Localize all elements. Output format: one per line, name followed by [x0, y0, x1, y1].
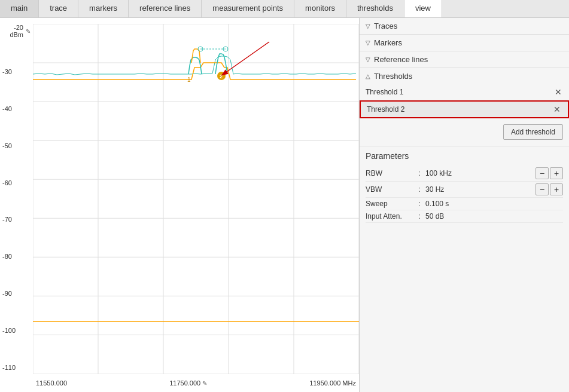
- param-colon-sweep: :: [413, 200, 425, 208]
- y-label-2: -40: [2, 105, 31, 112]
- svg-text:1: 1: [187, 76, 191, 83]
- param-value-input-atten: 50 dB: [425, 212, 563, 220]
- nav-trace[interactable]: trace: [39, 0, 78, 17]
- y-label-1: -30: [2, 68, 31, 75]
- chevron-ref-lines: ▽: [366, 56, 370, 63]
- param-colon-input-atten: :: [413, 212, 425, 220]
- threshold-1-close-button[interactable]: ✕: [553, 87, 563, 97]
- y-label-3: -50: [2, 142, 31, 149]
- markers-title: Markers: [374, 38, 402, 47]
- parameters-title: Parameters: [366, 151, 563, 161]
- panel-section-thresholds: △ Thresholds Threshold 1 ✕ Threshold 2 ✕: [360, 68, 569, 146]
- nav-reference-lines[interactable]: reference lines: [129, 0, 202, 17]
- param-row-sweep: Sweep : 0.100 s: [366, 198, 563, 210]
- y-label-7: -90: [2, 290, 31, 297]
- markers-header[interactable]: ▽ Markers: [360, 35, 569, 51]
- y-label-9: -110: [2, 364, 31, 371]
- parameters-section: Parameters RBW : 100 kHz − + VBW : 30 Hz: [360, 146, 569, 392]
- threshold-2-name: Threshold 2: [367, 105, 404, 114]
- param-colon-vbw: :: [413, 185, 425, 194]
- x-axis: 11550.000 11750.000 ✎ 11950.000 MHz: [33, 374, 359, 392]
- param-controls-vbw: − +: [535, 183, 563, 195]
- param-row-rbw: RBW : 100 kHz − +: [366, 166, 563, 182]
- thresholds-title: Thresholds: [374, 72, 412, 81]
- traces-title: Traces: [374, 22, 397, 30]
- ref-lines-header[interactable]: ▽ Reference lines: [360, 51, 569, 68]
- threshold-1-name: Threshold 1: [366, 88, 403, 96]
- threshold-list: Threshold 1 ✕ Threshold 2 ✕: [360, 84, 569, 118]
- chevron-traces: ▽: [366, 23, 370, 29]
- panel-section-markers: ▽ Markers: [360, 35, 569, 51]
- panel-section-ref-lines: ▽ Reference lines: [360, 51, 569, 68]
- x-label-2: 11950.000 MHz: [309, 379, 356, 387]
- y-label-6: -80: [2, 253, 31, 260]
- y-label-5: -70: [2, 216, 31, 223]
- nav-monitors[interactable]: monitors: [294, 0, 346, 17]
- chart-grid: 1 2: [33, 24, 359, 374]
- rbw-decrease-button[interactable]: −: [535, 167, 549, 179]
- y-axis: -20 dBm ✎ -30 -40 -50 -60 -70 -80 -90 -1…: [0, 18, 33, 374]
- svg-line-23: [223, 42, 269, 75]
- param-name-sweep: Sweep: [366, 200, 413, 208]
- param-value-vbw: 30 Hz: [425, 185, 535, 194]
- grid-svg: 1 2: [33, 24, 359, 374]
- param-value-sweep: 0.100 s: [425, 200, 563, 208]
- chart-area: -20 dBm ✎ -30 -40 -50 -60 -70 -80 -90 -1…: [0, 18, 360, 392]
- nav-markers[interactable]: markers: [78, 0, 129, 17]
- add-threshold-container: Add threshold: [360, 118, 569, 146]
- param-row-input-atten: Input Atten. : 50 dB: [366, 210, 563, 223]
- x-label-1: 11750.000 ✎: [169, 379, 207, 387]
- ref-lines-title: Reference lines: [374, 55, 428, 64]
- param-name-rbw: RBW: [366, 169, 413, 177]
- param-value-rbw: 100 kHz: [425, 169, 535, 177]
- param-controls-rbw: − +: [535, 167, 563, 179]
- right-panel: ▽ Traces ▽ Markers ▽ Reference lines: [360, 18, 569, 392]
- edit-icon-y[interactable]: ✎: [26, 28, 31, 35]
- nav-main[interactable]: main: [0, 0, 39, 17]
- app-container: main trace markers reference lines measu…: [0, 0, 569, 392]
- param-name-vbw: VBW: [366, 185, 413, 194]
- y-label-8: -100: [2, 327, 31, 334]
- vbw-increase-button[interactable]: +: [550, 183, 563, 195]
- thresholds-header[interactable]: △ Thresholds: [360, 68, 569, 84]
- threshold-2-close-button[interactable]: ✕: [552, 105, 562, 114]
- main-content: -20 dBm ✎ -30 -40 -50 -60 -70 -80 -90 -1…: [0, 18, 569, 392]
- edit-icon-x[interactable]: ✎: [202, 380, 207, 387]
- param-name-input-atten: Input Atten.: [366, 212, 413, 220]
- add-threshold-button[interactable]: Add threshold: [503, 124, 563, 140]
- param-row-vbw: VBW : 30 Hz − +: [366, 182, 563, 198]
- panel-section-traces: ▽ Traces: [360, 18, 569, 35]
- y-label-4: -60: [2, 179, 31, 186]
- y-label-0: -20 dBm ✎: [2, 24, 31, 38]
- rbw-increase-button[interactable]: +: [550, 167, 563, 179]
- threshold-item-1[interactable]: Threshold 1 ✕: [360, 84, 569, 100]
- svg-text:2: 2: [220, 74, 223, 79]
- y-label-text-0: -20 dBm: [2, 24, 23, 38]
- chevron-thresholds: △: [366, 73, 370, 79]
- traces-header[interactable]: ▽ Traces: [360, 18, 569, 34]
- vbw-decrease-button[interactable]: −: [535, 183, 549, 195]
- nav-bar: main trace markers reference lines measu…: [0, 0, 569, 18]
- nav-measurement-points[interactable]: measurement points: [202, 0, 294, 17]
- nav-view[interactable]: view: [404, 0, 442, 17]
- param-colon-rbw: :: [413, 169, 425, 177]
- threshold-item-2[interactable]: Threshold 2 ✕: [360, 100, 569, 118]
- nav-thresholds[interactable]: thresholds: [346, 0, 404, 17]
- chevron-markers: ▽: [366, 39, 370, 46]
- x-label-0: 11550.000: [36, 379, 67, 387]
